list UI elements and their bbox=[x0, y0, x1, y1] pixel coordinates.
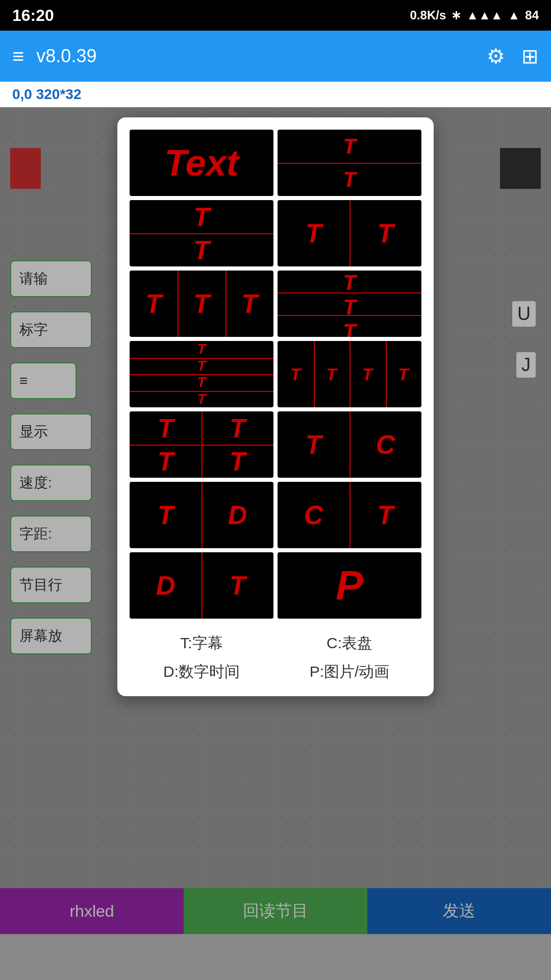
cell-8-2: T bbox=[314, 341, 350, 407]
v-divider-4 bbox=[349, 200, 350, 266]
layout-cell-2[interactable]: T T bbox=[278, 130, 421, 196]
legend-P: P:图片/动画 bbox=[278, 659, 421, 684]
cell-9-tl: T bbox=[130, 411, 202, 445]
h-divider-3 bbox=[130, 233, 273, 234]
cell-11-T: T bbox=[130, 482, 202, 548]
cell-12-T: T bbox=[349, 482, 421, 548]
layout-cell-10[interactable]: T C bbox=[278, 411, 421, 478]
main-content: 请输 标字 ≡ 显示 速度: 字距: 节目行 屏幕放 U J Text bbox=[0, 107, 551, 934]
settings-icon[interactable]: ⚙ bbox=[487, 44, 505, 68]
v-div-13 bbox=[202, 552, 203, 619]
network-speed: 0.8K/s bbox=[410, 8, 446, 22]
bluetooth-icon: ∗ bbox=[451, 8, 461, 22]
app-bar: ≡ v8.0.39 ⚙ ⊞ bbox=[0, 31, 551, 82]
cell-P-label: P bbox=[336, 562, 363, 609]
cell-6-rows: T T T bbox=[278, 271, 421, 337]
cell-8-4: T bbox=[386, 341, 422, 407]
layout-cell-text[interactable]: Text bbox=[130, 130, 273, 196]
legend-D: D:数字时间 bbox=[130, 659, 273, 684]
v-div-9 bbox=[202, 411, 203, 478]
legend-T: T:字幕 bbox=[130, 631, 273, 655]
battery-icon: 84 bbox=[525, 8, 539, 22]
layout-cell-6[interactable]: T T T bbox=[278, 271, 421, 337]
layout-cell-4[interactable]: T T bbox=[278, 200, 421, 266]
app-title: v8.0.39 bbox=[36, 45, 487, 67]
cell-12-C: C bbox=[278, 482, 349, 548]
cell-5-3: T bbox=[226, 271, 273, 337]
cell-9-bl: T bbox=[130, 445, 202, 478]
cell-9-br: T bbox=[202, 445, 273, 478]
layout-cell-14[interactable]: P bbox=[278, 552, 421, 619]
cell-3-top: T bbox=[130, 200, 273, 233]
cell-5-1: T bbox=[130, 271, 178, 337]
h-div-7c bbox=[130, 391, 273, 392]
cell-13-D: D bbox=[130, 552, 202, 619]
v-div-8b bbox=[349, 341, 350, 407]
h-div-7b bbox=[130, 374, 273, 375]
cell-7-3: T bbox=[130, 374, 273, 391]
legend: T:字幕 C:表盘 D:数字时间 P:图片/动画 bbox=[130, 631, 421, 684]
v-divider-5a bbox=[178, 271, 179, 337]
status-time: 16:20 bbox=[12, 6, 54, 25]
layout-cell-7[interactable]: T T T T bbox=[130, 341, 273, 407]
layout-cell-8[interactable]: T T T T bbox=[278, 341, 421, 407]
cell-3-bottom: T bbox=[130, 233, 273, 266]
status-icons: 0.8K/s ∗ ▲▲▲ ▲ 84 bbox=[410, 8, 539, 22]
cell-5-2: T bbox=[178, 271, 226, 337]
layout-grid: Text T T bbox=[130, 130, 421, 619]
v-div-8a bbox=[314, 341, 315, 407]
layout-picker-modal: Text T T bbox=[117, 117, 434, 696]
menu-icon[interactable]: ≡ bbox=[12, 45, 24, 68]
cell-7-2: T bbox=[130, 358, 273, 375]
grid-icon[interactable]: ⊞ bbox=[521, 44, 539, 68]
cell-8-1: T bbox=[278, 341, 314, 407]
h-divider-6a bbox=[278, 292, 421, 293]
coord-label: 0,0 320*32 bbox=[0, 82, 551, 107]
cell-6-2: T bbox=[278, 295, 421, 320]
cell-4-right: T bbox=[349, 200, 421, 266]
cell-8-3: T bbox=[349, 341, 386, 407]
h-divider bbox=[278, 163, 421, 164]
cell-10-C: C bbox=[349, 411, 421, 478]
cell-10-T: T bbox=[278, 411, 349, 478]
v-div-8c bbox=[386, 341, 387, 407]
v-div-11 bbox=[202, 482, 203, 548]
layout-cell-11[interactable]: T D bbox=[130, 482, 273, 548]
cell-6-1: T bbox=[278, 271, 421, 295]
cell-5-cols: T T T bbox=[130, 271, 273, 337]
cell-9-tr: T bbox=[202, 411, 273, 445]
h-div-7a bbox=[130, 358, 273, 359]
wifi-icon: ▲ bbox=[508, 8, 520, 22]
cell-6-3: T bbox=[278, 320, 421, 337]
cell-bottom: T bbox=[278, 163, 421, 196]
cell-11-D: D bbox=[202, 482, 273, 548]
cell-7-4: T bbox=[130, 391, 273, 408]
cell-top: T bbox=[278, 130, 421, 163]
layout-cell-5[interactable]: T T T bbox=[130, 271, 273, 337]
cell-13-T: T bbox=[202, 552, 273, 619]
legend-C: C:表盘 bbox=[278, 631, 421, 655]
v-div-12 bbox=[349, 482, 350, 548]
layout-cell-3[interactable]: T T bbox=[130, 200, 273, 266]
layout-cell-9[interactable]: T T T T bbox=[130, 411, 273, 478]
cell-text-label: Text bbox=[164, 142, 238, 184]
signal-icon: ▲▲▲ bbox=[466, 8, 503, 22]
app-bar-actions: ⚙ ⊞ bbox=[487, 44, 539, 68]
cell-4-left: T bbox=[278, 200, 349, 266]
status-bar: 16:20 0.8K/s ∗ ▲▲▲ ▲ 84 bbox=[0, 0, 551, 31]
layout-cell-13[interactable]: D T bbox=[130, 552, 273, 619]
cell-7-1: T bbox=[130, 341, 273, 358]
v-divider-5b bbox=[226, 271, 227, 337]
modal-overlay: Text T T bbox=[0, 107, 551, 934]
layout-cell-12[interactable]: C T bbox=[278, 482, 421, 548]
v-div-10 bbox=[349, 411, 350, 478]
h-divider-6b bbox=[278, 315, 421, 316]
